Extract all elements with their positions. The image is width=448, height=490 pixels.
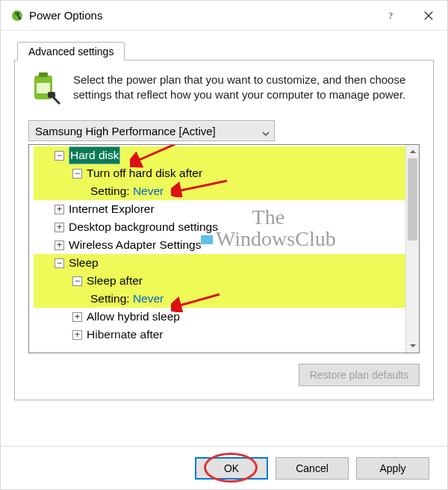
settings-tree[interactable]: − Hard disk − Turn off hard disk after S… [29,145,405,353]
intro-text: Select the power plan that you want to c… [73,72,420,107]
node-label: Allow hybrid sleep [87,308,180,326]
chevron-down-icon [262,127,270,134]
power-options-app-icon [11,10,23,22]
node-label: Wireless Adapter Settings [69,236,201,254]
help-icon: ? [386,10,396,21]
node-label: Internet Explorer [69,200,155,218]
tree-setting-sleep-after-value[interactable]: Setting: Never [34,290,405,308]
scroll-thumb[interactable] [408,158,417,241]
dialog-button-bar: OK Cancel Apply [1,446,447,489]
tree-node-hybrid-sleep[interactable]: + Allow hybrid sleep [34,308,405,326]
titlebar: Power Options ? [1,1,447,31]
tree-node-sleep-after[interactable]: − Sleep after [34,272,405,290]
power-plan-selected: Samsung High Performance [Active] [35,125,216,137]
tree-node-sleep[interactable]: − Sleep [34,254,405,272]
tab-advanced-settings[interactable]: Advanced settings [17,42,125,61]
tree-node-desktop-background[interactable]: + Desktop background settings [34,218,405,236]
setting-label: Setting: [90,290,130,308]
tree-node-hard-disk[interactable]: − Hard disk [34,146,405,164]
svg-rect-7 [37,83,50,93]
setting-label: Setting: [90,182,130,200]
expander-plus-icon[interactable]: + [55,205,64,214]
expander-plus-icon[interactable]: + [55,241,64,250]
tree-scrollbar[interactable] [405,145,419,353]
expander-plus-icon[interactable]: + [72,330,82,340]
expander-minus-icon[interactable]: − [72,169,82,179]
node-label: Hibernate after [87,326,164,344]
settings-tree-box: − Hard disk − Turn off hard disk after S… [28,144,420,353]
node-label: Sleep [69,254,99,272]
setting-value-link[interactable]: Never [133,182,164,200]
close-button[interactable] [410,1,447,31]
node-label: Desktop background settings [69,218,218,236]
window-title: Power Options [29,9,373,22]
intro-section: Select the power plan that you want to c… [28,72,420,107]
expander-minus-icon[interactable]: − [55,258,64,268]
help-button[interactable]: ? [373,1,410,31]
svg-text:?: ? [389,10,393,21]
expander-plus-icon[interactable]: + [55,223,64,232]
node-label: Hard disk [69,146,120,164]
expander-minus-icon[interactable]: − [55,151,64,161]
ok-button[interactable]: OK [195,457,268,480]
tree-node-internet-explorer[interactable]: + Internet Explorer [34,200,405,218]
tab-row: Advanced settings [14,38,434,61]
tab-panel: Select the power plan that you want to c… [14,61,434,400]
tree-node-hibernate-after[interactable]: + Hibernate after [34,326,405,344]
scroll-up-button[interactable] [406,145,419,158]
restore-plan-defaults-button: Restore plan defaults [299,364,420,386]
scroll-track[interactable] [406,158,419,339]
svg-rect-6 [39,72,48,77]
tree-node-wireless-adapter[interactable]: + Wireless Adapter Settings [34,236,405,254]
cancel-button[interactable]: Cancel [276,457,349,480]
apply-button[interactable]: Apply [356,457,429,480]
svg-rect-8 [48,92,55,98]
tree-node-turn-off-hard-disk[interactable]: − Turn off hard disk after [34,164,405,182]
expander-plus-icon[interactable]: + [72,312,82,322]
power-plan-dropdown[interactable]: Samsung High Performance [Active] [28,120,275,141]
battery-plug-icon [28,72,63,107]
scroll-down-button[interactable] [406,339,419,353]
expander-minus-icon[interactable]: − [72,276,82,286]
close-icon [423,10,434,21]
setting-value-link[interactable]: Never [133,290,164,308]
node-label: Sleep after [87,272,143,290]
tree-setting-hard-disk-value[interactable]: Setting: Never [34,182,405,200]
node-label: Turn off hard disk after [87,164,202,182]
